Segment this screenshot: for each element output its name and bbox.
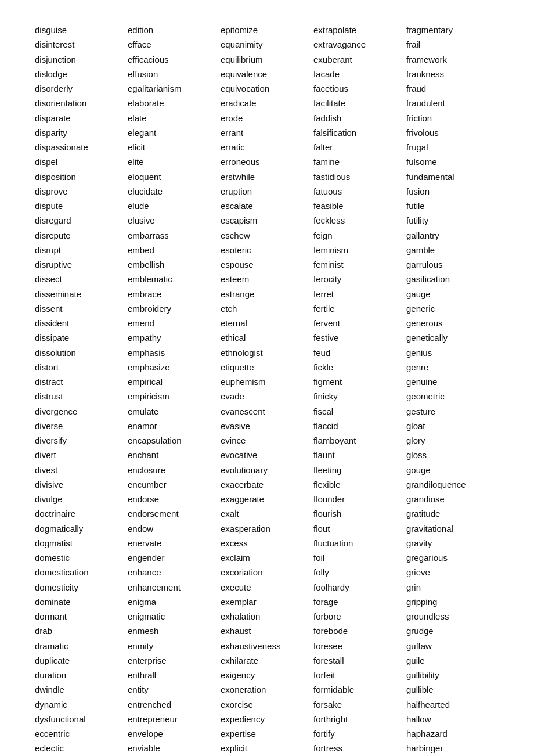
- word-item: divulge: [35, 492, 128, 506]
- word-item: forbore: [313, 610, 406, 623]
- word-item: forsake: [313, 698, 406, 711]
- word-item: fulsome: [406, 155, 499, 168]
- word-item: guffaw: [406, 639, 499, 653]
- word-item: enervate: [128, 537, 221, 550]
- word-item: ethnologist: [221, 346, 313, 359]
- word-item: domestic: [35, 551, 128, 564]
- word-item: grudge: [406, 624, 499, 638]
- word-item: gallantry: [406, 229, 499, 242]
- word-item: disrupt: [35, 243, 128, 257]
- word-item: exoneration: [221, 683, 313, 696]
- word-item: elite: [128, 155, 221, 168]
- word-item: falsification: [313, 126, 406, 139]
- word-item: hallow: [406, 712, 499, 726]
- word-item: espouse: [221, 258, 313, 271]
- word-item: fastidious: [313, 170, 406, 183]
- word-item: enigma: [128, 595, 221, 609]
- word-item: evolutionary: [221, 463, 313, 477]
- word-item: feminist: [313, 258, 406, 271]
- word-item: fusion: [406, 185, 499, 198]
- word-item: frail: [406, 38, 499, 51]
- word-item: grin: [406, 581, 499, 594]
- word-item: harbinger: [406, 741, 499, 755]
- word-item: fiscal: [313, 405, 406, 418]
- word-item: etch: [221, 302, 313, 315]
- word-item: disinterest: [35, 38, 128, 51]
- word-item: fervent: [313, 316, 406, 330]
- word-item: groundless: [406, 610, 499, 623]
- word-item: fraud: [406, 82, 499, 95]
- word-item: feasible: [313, 199, 406, 213]
- word-item: glory: [406, 434, 499, 447]
- word-item: genuine: [406, 375, 499, 388]
- word-item: dissent: [35, 302, 128, 315]
- word-item: effusion: [128, 67, 221, 81]
- word-item: egalitarianism: [128, 82, 221, 95]
- word-item: ferret: [313, 287, 406, 301]
- word-item: flounder: [313, 492, 406, 506]
- word-item: futile: [406, 199, 499, 213]
- word-item: doctrinaire: [35, 507, 128, 520]
- word-item: forestall: [313, 654, 406, 667]
- word-item: disguise: [35, 23, 128, 37]
- word-item: grandiloquence: [406, 478, 499, 491]
- word-item: dominate: [35, 595, 128, 609]
- word-item: emphasize: [128, 361, 221, 374]
- word-item: disprove: [35, 185, 128, 198]
- word-item: disorientation: [35, 96, 128, 110]
- word-item: garrulous: [406, 258, 499, 271]
- word-item: embroidery: [128, 302, 221, 315]
- word-item: divergence: [35, 405, 128, 418]
- word-column-2: editioneffaceefficaciouseffusionegalitar…: [128, 23, 221, 756]
- word-item: esoteric: [221, 243, 313, 257]
- word-item: envelope: [128, 727, 221, 740]
- word-item: figment: [313, 375, 406, 388]
- word-item: empathy: [128, 331, 221, 344]
- word-item: dispute: [35, 199, 128, 213]
- word-item: entity: [128, 683, 221, 696]
- word-item: folly: [313, 566, 406, 579]
- word-item: forthright: [313, 712, 406, 726]
- word-item: dislodge: [35, 67, 128, 81]
- word-item: expediency: [221, 712, 313, 726]
- word-item: foresee: [313, 639, 406, 653]
- word-item: execute: [221, 581, 313, 594]
- word-item: encapsulation: [128, 434, 221, 447]
- word-item: enclosure: [128, 463, 221, 477]
- word-item: dissolution: [35, 346, 128, 359]
- word-item: disrepute: [35, 229, 128, 242]
- word-item: faddish: [313, 111, 406, 125]
- word-item: evocative: [221, 448, 313, 462]
- word-item: divisive: [35, 478, 128, 491]
- word-item: escapism: [221, 214, 313, 227]
- word-item: extrapolate: [313, 23, 406, 37]
- word-item: dispassionate: [35, 141, 128, 154]
- word-item: disparity: [35, 126, 128, 139]
- word-item: exacerbate: [221, 478, 313, 491]
- word-item: elate: [128, 111, 221, 125]
- word-item: framework: [406, 53, 499, 66]
- word-item: emphasis: [128, 346, 221, 359]
- word-item: fertile: [313, 302, 406, 315]
- word-item: frankness: [406, 67, 499, 81]
- word-item: feckless: [313, 214, 406, 227]
- word-item: etiquette: [221, 361, 313, 374]
- word-item: disorderly: [35, 82, 128, 95]
- word-item: efface: [128, 38, 221, 51]
- word-item: dysfunctional: [35, 712, 128, 726]
- word-item: dogmatist: [35, 537, 128, 550]
- word-item: evanescent: [221, 405, 313, 418]
- word-item: emblematic: [128, 272, 221, 286]
- word-item: friction: [406, 111, 499, 125]
- word-item: gloat: [406, 419, 499, 433]
- word-item: fluctuation: [313, 537, 406, 550]
- word-item: finicky: [313, 390, 406, 403]
- word-item: eloquent: [128, 170, 221, 183]
- word-item: equilibrium: [221, 53, 313, 66]
- word-item: drab: [35, 624, 128, 638]
- word-item: engender: [128, 551, 221, 564]
- word-item: gesture: [406, 405, 499, 418]
- word-item: disparate: [35, 111, 128, 125]
- word-item: fundamental: [406, 170, 499, 183]
- word-item: equivalence: [221, 67, 313, 81]
